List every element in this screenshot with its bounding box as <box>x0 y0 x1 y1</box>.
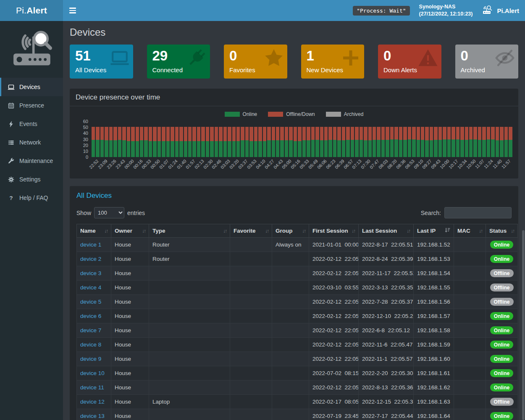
x-tick-label: 04:27 <box>263 158 275 170</box>
column-header-status[interactable]: Status↓↑ <box>486 224 518 238</box>
presence-bar <box>342 127 345 157</box>
search-input[interactable] <box>444 207 512 218</box>
presence-bar <box>417 127 420 157</box>
device-name-link[interactable]: device 2 <box>80 256 101 262</box>
presence-bar <box>447 127 451 157</box>
column-header-favorite[interactable]: Favorite↓↑ <box>230 224 272 238</box>
device-name-link[interactable]: device 3 <box>80 270 101 276</box>
device-name-link[interactable]: device 5 <box>80 299 101 305</box>
owner-cell: House <box>111 309 149 323</box>
last-session-cell: 2022-11-1 22:05.57 <box>359 352 414 366</box>
card-archived[interactable]: 0Archived <box>455 45 519 79</box>
favorite-cell <box>230 266 272 281</box>
group-cell <box>272 323 309 338</box>
column-label: Last IP <box>417 228 436 234</box>
column-header-name[interactable]: Name↓↑ <box>77 224 111 238</box>
x-tick-label: 05:49 <box>307 158 319 170</box>
device-name-link[interactable]: device 13 <box>80 413 105 419</box>
presence-bar <box>377 127 380 157</box>
legend-swatch <box>225 112 240 117</box>
sidebar-item-network[interactable]: Network <box>0 133 63 152</box>
network-icon <box>7 138 15 147</box>
process-status-badge: "Process: Wait" <box>353 6 410 16</box>
group-cell: Always on <box>272 238 309 252</box>
x-tick-label: 08:20 <box>386 158 398 170</box>
column-header-type[interactable]: Type↓↑ <box>149 224 230 238</box>
legend-item[interactable]: Offline/Down <box>268 111 315 117</box>
device-name-link[interactable]: device 9 <box>80 356 101 362</box>
column-header-owner[interactable]: Owner↓↑ <box>111 224 149 238</box>
device-name-link[interactable]: device 4 <box>80 284 101 291</box>
legend-item[interactable]: Archived <box>326 111 364 117</box>
sidebar-item-events[interactable]: Events <box>0 115 63 133</box>
sidebar-toggle-button[interactable] <box>63 0 82 21</box>
last-session-cell: 2022-8-13 22:05.36 <box>359 381 414 395</box>
sidebar: DevicesPresenceEventsNetworkMaintenanceS… <box>0 21 63 420</box>
chart-panel-title: Device presence over time <box>70 89 518 106</box>
last-ip-cell: 192.168.1.61 <box>414 366 454 381</box>
column-header-mac[interactable]: MAC↓↑ <box>454 224 486 238</box>
sidebar-item-presence[interactable]: Presence <box>0 96 63 115</box>
y-tick-label: 40 <box>83 131 88 136</box>
mac-cell <box>454 281 486 295</box>
status-badge: Online <box>490 355 513 363</box>
status-badge: Online <box>490 255 513 263</box>
mac-cell <box>454 309 486 323</box>
device-name-link[interactable]: device 7 <box>80 327 101 333</box>
x-tick-label: 05:00 <box>281 158 292 170</box>
card-favorites[interactable]: 0Favorites <box>224 45 287 79</box>
sidebar-item-maintenance[interactable]: Maintenance <box>0 152 63 170</box>
last-session-cell: 2022-3-13 22:05.35 <box>359 281 414 295</box>
mac-cell <box>454 295 486 309</box>
presence-bar <box>434 127 437 157</box>
owner-cell: House <box>111 295 149 309</box>
column-header-last-ip[interactable]: Last IP <box>414 224 454 238</box>
device-name-link[interactable]: device 11 <box>80 384 104 391</box>
presence-bar <box>460 127 464 157</box>
sidebar-item-help-faq[interactable]: ?Help / FAQ <box>0 189 63 207</box>
app-logo[interactable]: Pi.Alert <box>0 0 63 21</box>
column-header-last-session[interactable]: Last Session↓↑ <box>359 224 414 238</box>
card-down-alerts[interactable]: 0Down Alerts <box>378 45 441 79</box>
x-tick-label: 11:57 <box>501 158 512 170</box>
device-name-link[interactable]: device 12 <box>80 399 105 405</box>
owner-cell: House <box>111 238 149 252</box>
presence-bar <box>263 127 266 157</box>
column-label: Favorite <box>234 228 256 234</box>
column-header-group[interactable]: Group↓↑ <box>272 224 309 238</box>
presence-bar <box>307 127 310 157</box>
x-tick-label: 06:23 <box>325 158 336 170</box>
presence-bar <box>241 127 244 157</box>
router-scan-icon <box>482 5 494 16</box>
presence-bar <box>109 127 113 157</box>
card-new-devices[interactable]: 1New Devices <box>301 45 365 79</box>
scrollbar-thumb[interactable] <box>522 230 525 420</box>
presence-bar <box>478 127 481 157</box>
column-header-first-session[interactable]: First Session↓↑ <box>309 224 359 238</box>
mac-cell <box>454 366 486 381</box>
device-name-link[interactable]: device 10 <box>80 370 105 376</box>
device-name-link[interactable]: device 6 <box>80 313 101 319</box>
column-label: Last Session <box>362 228 397 234</box>
sidebar-item-devices[interactable]: Devices <box>0 78 63 96</box>
pialert-logo <box>0 21 63 78</box>
presence-bar <box>136 127 139 157</box>
type-cell: Router <box>149 238 230 252</box>
first-session-cell: 2022-07-19 23:45 <box>309 409 359 420</box>
x-tick-label: 10:50 <box>465 158 476 170</box>
card-connected[interactable]: 29Connected <box>147 45 210 79</box>
header-brand[interactable]: Pi.Alert <box>482 5 519 16</box>
sidebar-item-settings[interactable]: Settings <box>0 170 63 189</box>
device-name-link[interactable]: device 1 <box>80 242 101 248</box>
card-all-devices[interactable]: 51All Devices <box>70 45 133 79</box>
owner-cell: House <box>111 409 149 420</box>
presence-bar <box>360 127 363 157</box>
question-icon: ? <box>7 194 15 202</box>
x-tick-label: 03:37 <box>237 158 249 170</box>
x-tick-label: 06:39 <box>333 158 345 170</box>
page-length-select[interactable]: 100 <box>94 207 124 218</box>
legend-item[interactable]: Online <box>225 111 257 117</box>
device-name-link[interactable]: device 8 <box>80 341 101 348</box>
presence-bar <box>487 127 490 157</box>
chart-x-axis: 22:5223:0923:2623:4300:0000:1600:3300:50… <box>92 157 512 177</box>
